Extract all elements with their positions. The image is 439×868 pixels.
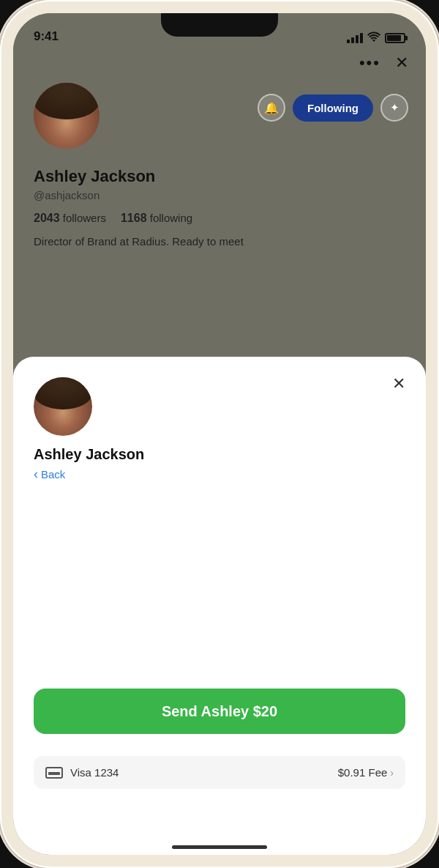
back-label: Back [41,468,65,481]
notification-bell-button[interactable]: 🔔 [258,94,285,122]
bell-icon: 🔔 [264,101,279,115]
card-icon [45,767,63,779]
sheet-close-button[interactable]: ✕ [392,374,405,393]
sheet-avatar-image [34,377,92,436]
chevron-left-icon: ‹ [34,467,38,481]
status-time: 9:41 [34,29,59,44]
payment-method-row[interactable]: Visa 1234 $0.91 Fee › [34,756,405,789]
sheet-user-name: Ashley Jackson [34,446,405,463]
payment-method-label: Visa 1234 [70,766,119,779]
sparkle-button[interactable]: ✦ [380,94,408,122]
profile-name-top: Ashley Jackson [34,167,405,186]
following-stat: 1168 following [121,212,192,225]
back-button[interactable]: ‹ Back [34,467,405,481]
battery-icon [385,33,405,43]
profile-info: Ashley Jackson @ashjackson 2043 follower… [34,167,405,248]
profile-username: @ashjackson [34,189,405,201]
profile-bio: Director of Brand at Radius. Ready to me… [34,235,405,248]
chevron-right-icon: › [390,767,394,779]
follow-buttons-group: 🔔 Following ✦ [258,94,408,122]
payment-method-info: Visa 1234 [45,766,119,779]
phone-frame: 9:41 [0,0,439,868]
payment-bottom-sheet: ✕ Ashley Jackson ‹ Back Send Ashley $20 … [13,357,426,855]
more-options-button[interactable]: ••• [359,53,380,73]
notch [161,13,278,37]
close-profile-button[interactable]: ✕ [395,55,408,71]
sparkle-icon: ✦ [390,101,399,114]
phone-screen: 9:41 [13,13,426,855]
send-money-button[interactable]: Send Ashley $20 [34,689,405,734]
fee-amount: $0.91 Fee [338,766,388,779]
profile-avatar-top [34,83,100,149]
wifi-icon [367,31,380,44]
signal-icon [347,33,363,43]
followers-count: 2043 [34,212,60,224]
profile-stats: 2043 followers 1168 following [34,212,405,225]
avatar-image-top [34,83,100,149]
status-icons [347,31,405,44]
sheet-avatar [34,377,92,436]
following-count: 1168 [121,212,147,224]
following-label: following [150,212,192,224]
profile-actions: ••• ✕ [359,53,408,73]
home-indicator [172,845,267,849]
following-button[interactable]: Following [293,94,373,122]
fee-info: $0.91 Fee › [338,766,394,779]
followers-stat: 2043 followers [34,212,106,225]
followers-label: followers [63,212,106,224]
